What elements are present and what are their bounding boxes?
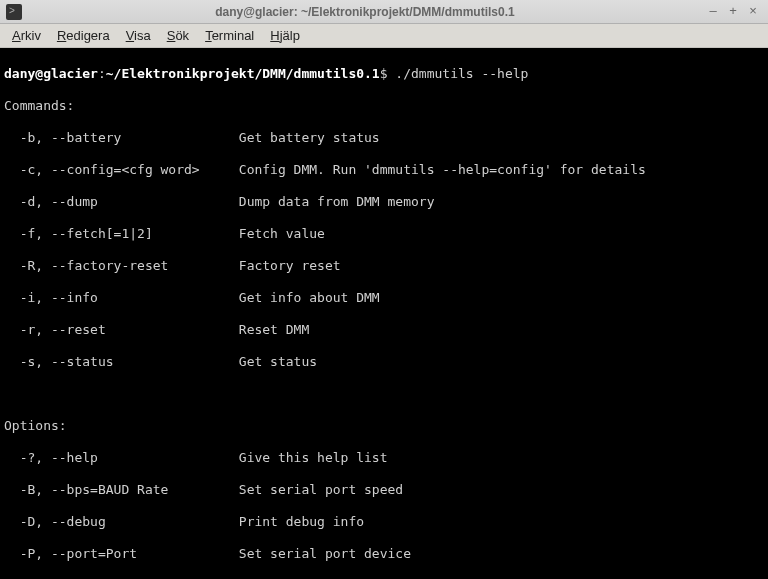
opt-row: -?, --help Give this help list (4, 450, 764, 466)
window-title: dany@glacier: ~/Elektronikprojekt/DMM/dm… (28, 5, 702, 19)
cmd-row: -f, --fetch[=1|2] Fetch value (4, 226, 764, 242)
close-button[interactable]: × (744, 4, 762, 20)
cmd-row: -r, --reset Reset DMM (4, 322, 764, 338)
cmd-row: -d, --dump Dump data from DMM memory (4, 194, 764, 210)
menu-hjalp[interactable]: Hjälp (262, 26, 308, 45)
entered-command: ./dmmutils --help (395, 66, 528, 81)
menu-visa[interactable]: Visa (118, 26, 159, 45)
cmd-row: -b, --battery Get battery status (4, 130, 764, 146)
menubar: Arkiv Redigera Visa Sök Terminal Hjälp (0, 24, 768, 48)
opt-row: -B, --bps=BAUD Rate Set serial port spee… (4, 482, 764, 498)
prompt-line: dany@glacier:~/Elektronikprojekt/DMM/dmm… (4, 66, 764, 82)
terminal[interactable]: dany@glacier:~/Elektronikprojekt/DMM/dmm… (0, 48, 768, 579)
opt-row: -D, --debug Print debug info (4, 514, 764, 530)
menu-arkiv[interactable]: Arkiv (4, 26, 49, 45)
section-commands: Commands: (4, 98, 764, 114)
menu-redigera[interactable]: Redigera (49, 26, 118, 45)
cmd-row: -i, --info Get info about DMM (4, 290, 764, 306)
window-titlebar: dany@glacier: ~/Elektronikprojekt/DMM/dm… (0, 0, 768, 24)
app-icon (6, 4, 22, 20)
section-options: Options: (4, 418, 764, 434)
menu-sok[interactable]: Sök (159, 26, 197, 45)
minimize-button[interactable]: – (704, 4, 722, 20)
cmd-row: -c, --config=<cfg word> Config DMM. Run … (4, 162, 764, 178)
opt-row: -P, --port=Port Set serial port device (4, 546, 764, 562)
maximize-button[interactable]: + (724, 4, 742, 20)
cmd-row: -s, --status Get status (4, 354, 764, 370)
menu-terminal[interactable]: Terminal (197, 26, 262, 45)
cmd-row: -R, --factory-reset Factory reset (4, 258, 764, 274)
